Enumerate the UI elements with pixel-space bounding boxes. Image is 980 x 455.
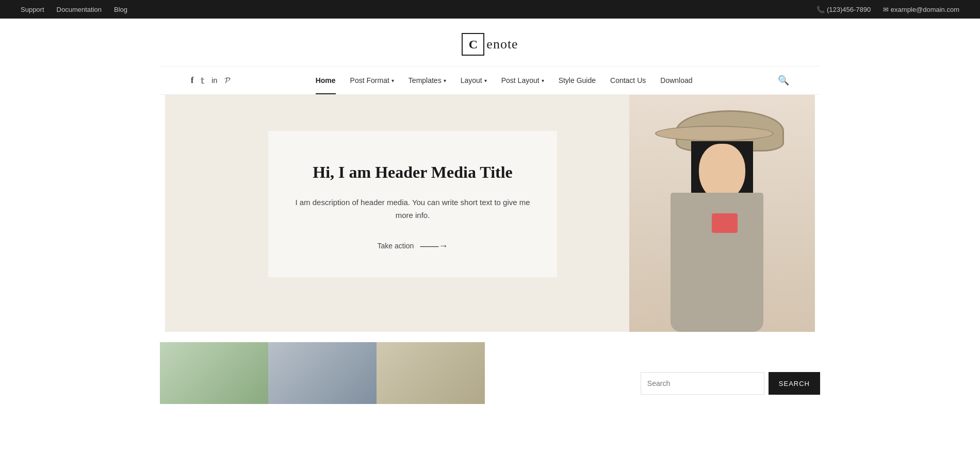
bottom-image-1: [160, 342, 268, 404]
hero-content-box: Hi, I am Header Media Title I am descrip…: [268, 131, 557, 277]
nav-item-layout[interactable]: Layout ▾: [453, 66, 494, 94]
nav-item-post-layout[interactable]: Post Layout ▾: [494, 66, 551, 94]
support-link[interactable]: Support: [21, 6, 44, 13]
bottom-image-2: [268, 342, 377, 404]
page: Support Documentation Blog 📞 (123)456-78…: [0, 0, 980, 404]
social-icons: f 𝕥 in 𝓟: [191, 76, 230, 86]
pinterest-icon[interactable]: 𝓟: [224, 76, 230, 85]
search-button[interactable]: 🔍: [778, 75, 789, 86]
search-submit-button[interactable]: SEARCH: [769, 372, 820, 395]
main-nav: f 𝕥 in 𝓟 Home Post Format ▾ Templates ▾: [160, 66, 820, 95]
hero-cta-arrow: ——→: [420, 241, 448, 251]
nav-item-contact-us[interactable]: Contact Us: [603, 66, 653, 94]
top-bar: Support Documentation Blog 📞 (123)456-78…: [0, 0, 980, 19]
logo[interactable]: C enote: [462, 33, 518, 56]
search-icon: 🔍: [778, 75, 789, 86]
facebook-icon[interactable]: f: [191, 76, 193, 85]
email-address: ✉ example@domain.com: [883, 6, 959, 13]
blog-link[interactable]: Blog: [114, 6, 127, 13]
hero-section: Hi, I am Header Media Title I am descrip…: [165, 95, 815, 332]
search-input[interactable]: [641, 372, 764, 395]
hero-person-image: [629, 95, 815, 332]
logo-c-box: C: [462, 33, 484, 56]
bottom-images: [160, 342, 610, 404]
post-layout-dropdown-icon: ▾: [542, 78, 544, 83]
nav-item-style-guide[interactable]: Style Guide: [551, 66, 603, 94]
logo-letter: C: [469, 38, 478, 52]
hero-cta-button[interactable]: Take action ——→: [378, 241, 448, 251]
logo-text: enote: [486, 37, 518, 52]
hero-description: I am description of header media. You ca…: [294, 196, 531, 222]
nav-item-download[interactable]: Download: [653, 66, 699, 94]
phone-icon: 📞: [816, 6, 825, 13]
bottom-section: SEARCH: [0, 342, 980, 404]
logo-area: C enote: [0, 19, 980, 66]
post-format-dropdown-icon: ▾: [391, 78, 394, 83]
nav-item-post-format[interactable]: Post Format ▾: [343, 66, 401, 94]
top-bar-left: Support Documentation Blog: [21, 6, 127, 13]
phone-number: 📞 (123)456-7890: [816, 6, 871, 13]
templates-dropdown-icon: ▾: [444, 78, 446, 83]
hero-cta-label: Take action: [378, 242, 414, 250]
nav-item-templates[interactable]: Templates ▾: [401, 66, 453, 94]
bottom-image-3: [377, 342, 485, 404]
layout-dropdown-icon: ▾: [484, 78, 487, 83]
linkedin-icon[interactable]: in: [211, 76, 217, 85]
hero-title: Hi, I am Header Media Title: [294, 162, 531, 183]
nav-links: Home Post Format ▾ Templates ▾ Layout ▾ …: [308, 66, 700, 94]
email-icon: ✉: [883, 6, 889, 13]
nav-item-home[interactable]: Home: [308, 66, 343, 94]
twitter-icon[interactable]: 𝕥: [201, 76, 204, 86]
top-bar-right: 📞 (123)456-7890 ✉ example@domain.com: [816, 6, 959, 13]
documentation-link[interactable]: Documentation: [57, 6, 102, 13]
search-box-area: SEARCH: [610, 342, 820, 404]
